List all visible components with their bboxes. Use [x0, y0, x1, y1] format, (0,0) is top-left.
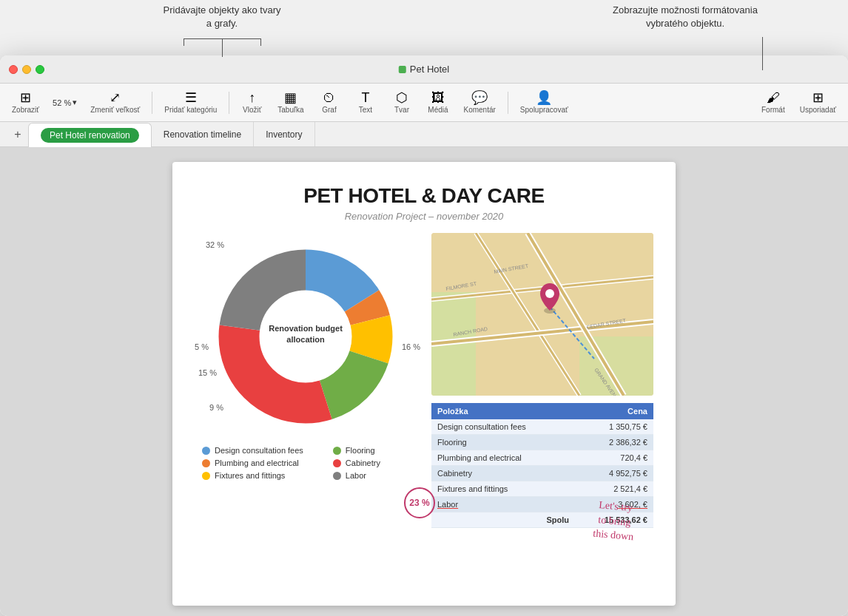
tooltip-right-text: Zobrazujte možnosti formátovania vybraté…: [613, 4, 758, 29]
pct-label-5: 5 %: [195, 342, 209, 351]
tabsbar: + Pet Hotel renovation Renovation timeli…: [0, 122, 848, 147]
toolbar-group-view: ⊞ Zobraziť: [6, 89, 45, 116]
svg-text:allocation: allocation: [286, 335, 325, 344]
view-icon: ⊞: [20, 91, 31, 104]
table-cell-item-1: Design consultation fees: [431, 419, 575, 435]
chart-icon: ⏲: [323, 91, 336, 104]
handwriting-text: Let's tryto bringthis down: [593, 499, 634, 542]
canvas[interactable]: PET HOTEL & DAY CARE Renovation Project …: [0, 147, 848, 616]
comment-button[interactable]: 💬 Komentár: [457, 89, 501, 116]
legend-item-labor: Labor: [333, 471, 380, 480]
format-icon: 🖌: [767, 91, 780, 104]
page-subtitle: Renovation Project – november 2020: [195, 211, 653, 222]
content-area: PET HOTEL & DAY CARE Renovation Project …: [0, 147, 848, 616]
collab-button[interactable]: 👤 Spolupracovať: [514, 89, 574, 116]
circle-pct-annotation: 23 %: [404, 487, 435, 518]
chart-button[interactable]: ⏲ Graf: [312, 89, 346, 116]
legend-item-fixtures: Fixtures and fittings: [202, 471, 303, 480]
map-svg: FILMORE ST MAIN STREET RANCH ROAD CEDAR …: [431, 233, 653, 396]
pct-label-9: 9 %: [209, 403, 223, 412]
category-icon: ☰: [185, 91, 197, 104]
table-button[interactable]: ▦ Tabuľka: [272, 89, 309, 116]
pct-label-32: 32 %: [206, 240, 224, 249]
table-row: Plumbing and electrical 720,4 €: [431, 450, 653, 466]
legend-label-plumbing: Plumbing and electrical: [215, 458, 299, 467]
titlebar-center: Pet Hotel: [399, 64, 449, 75]
shape-label: Tvar: [394, 106, 409, 114]
shape-button[interactable]: ⬡ Tvar: [385, 89, 418, 116]
app-window: Pet Hotel ⊞ Zobraziť 52 % ▾ ⤢ Zmeniť veľ…: [0, 55, 848, 616]
tooltip-bracket-line: [184, 38, 261, 46]
legend-label-fixtures: Fixtures and fittings: [215, 471, 285, 480]
insert-label: Vložiť: [243, 106, 261, 114]
format-button[interactable]: 🖌 Formát: [756, 89, 791, 116]
legend-dot-cabinetry: [333, 459, 341, 467]
circle-pct-text: 23 %: [409, 498, 429, 508]
toolbar-sep-2: [229, 92, 229, 114]
table-cell-item-5: Fixtures and fittings: [431, 481, 575, 497]
text-button[interactable]: T Text: [349, 89, 382, 116]
comment-label: Komentár: [463, 106, 495, 114]
shape-icon: ⬡: [396, 91, 408, 104]
table-col-price: Cena: [575, 403, 653, 419]
map-area: Proximity to parks. ( < 0.2 mi) Ample pa…: [431, 233, 653, 396]
legend-item-flooring: Flooring: [333, 446, 380, 455]
table-icon: ▦: [284, 91, 297, 104]
comment-icon: 💬: [471, 91, 488, 104]
page-title: PET HOTEL & DAY CARE: [195, 184, 653, 208]
insert-button[interactable]: ↑ Vložiť: [235, 89, 269, 116]
donut-svg: Renovation budget allocation: [195, 233, 417, 440]
table-cell-price-5: 2 521,4 €: [575, 481, 653, 497]
window-title: Pet Hotel: [410, 64, 449, 75]
media-button[interactable]: 🖼 Médiá: [421, 89, 454, 116]
organize-icon: ⊞: [812, 91, 824, 104]
close-button[interactable]: [9, 65, 18, 74]
tooltip-line-left: [222, 38, 223, 57]
table-cell-item-2: Flooring: [431, 435, 575, 450]
pct-label-16: 16 %: [402, 342, 420, 351]
chart-label: Graf: [322, 106, 336, 114]
tab-renovation-label: Renovation timeline: [164, 129, 241, 140]
toolbar-sep-3: [508, 92, 508, 114]
table-header-row: Položka Cena: [431, 403, 653, 419]
chart-legend: Design consultation fees Plumbing and el…: [195, 446, 417, 480]
table-col-item: Položka: [431, 403, 575, 419]
category-label: Pridať kategóriu: [164, 106, 217, 114]
table-cell-price-3: 720,4 €: [575, 450, 653, 466]
resize-button[interactable]: ⤢ Zmeniť veľkosť: [84, 89, 146, 116]
chart-area: 32 % 5 % 15 % 9 % 16 %: [195, 233, 417, 528]
table-label: Tabuľka: [277, 106, 303, 114]
add-tab-button[interactable]: +: [7, 122, 28, 146]
tab-renovation-timeline[interactable]: Renovation timeline: [152, 122, 254, 146]
table-cell-item-3: Plumbing and electrical: [431, 450, 575, 466]
donut-chart[interactable]: 32 % 5 % 15 % 9 % 16 %: [195, 233, 417, 440]
resize-icon: ⤢: [110, 91, 121, 104]
right-column: Proximity to parks. ( < 0.2 mi) Ample pa…: [431, 233, 653, 528]
category-button[interactable]: ☰ Pridať kategóriu: [158, 89, 223, 116]
organize-button[interactable]: ⊞ Usporiadať: [794, 89, 842, 116]
table-cell-price-2: 2 386,32 €: [575, 435, 653, 450]
page-main: 32 % 5 % 15 % 9 % 16 %: [195, 233, 653, 528]
tooltip-right: Zobrazujte možnosti formátovania vybraté…: [611, 4, 759, 30]
legend-col-left: Design consultation fees Plumbing and el…: [202, 446, 303, 480]
table-row: Design consultation fees 1 350,75 €: [431, 419, 653, 435]
titlebar: Pet Hotel: [0, 55, 848, 84]
maximize-button[interactable]: [36, 65, 44, 74]
view-button[interactable]: ⊞ Zobraziť: [6, 89, 45, 116]
handwriting-annotation: Let's tryto bringthis down: [593, 498, 637, 544]
document-page: PET HOTEL & DAY CARE Renovation Project …: [172, 162, 676, 606]
legend-dot-plumbing: [202, 459, 210, 467]
tab-pet-hotel-renovation[interactable]: Pet Hotel renovation: [28, 123, 152, 147]
tooltip-left: Pridávajte objekty ako tvary a grafy.: [163, 4, 281, 30]
legend-dot-flooring: [333, 447, 341, 455]
tab-inventory[interactable]: Inventory: [254, 122, 314, 146]
zoom-chevron: ▾: [73, 98, 77, 107]
text-icon: T: [361, 91, 369, 104]
table-cell-price-4: 4 952,75 €: [575, 466, 653, 481]
table-cell-item-4: Cabinetry: [431, 466, 575, 481]
collab-icon: 👤: [536, 91, 552, 104]
minimize-button[interactable]: [22, 65, 31, 74]
zoom-control[interactable]: 52 % ▾: [48, 95, 81, 109]
table-row: Cabinetry 4 952,75 €: [431, 466, 653, 481]
legend-item-cabinetry: Cabinetry: [333, 458, 380, 467]
